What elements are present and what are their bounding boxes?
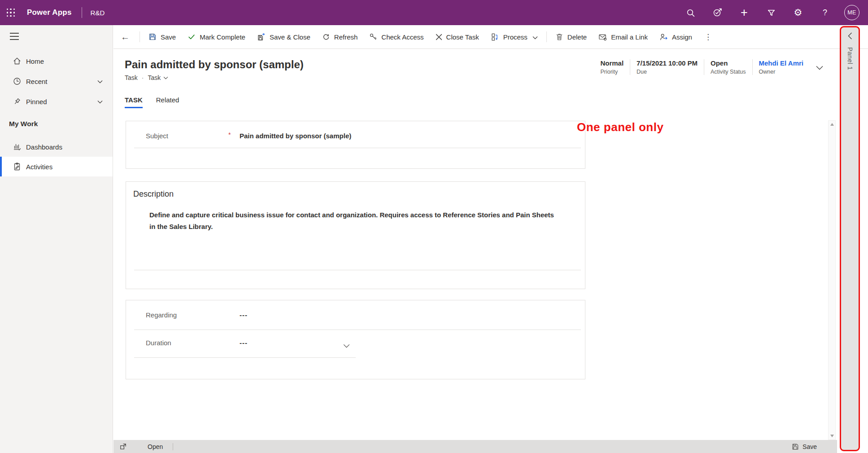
search-icon[interactable] bbox=[677, 0, 704, 25]
quick-create-plus-icon[interactable]: + bbox=[731, 0, 758, 25]
header-expand-chevron-icon[interactable] bbox=[816, 64, 823, 72]
required-marker: * bbox=[228, 131, 231, 138]
annotation-text: One panel only bbox=[577, 120, 663, 134]
record-header: Pain admitted by sponsor (sample) Task ·… bbox=[113, 49, 828, 94]
help-icon[interactable]: ? bbox=[811, 0, 838, 25]
chevron-down-icon[interactable] bbox=[532, 33, 538, 41]
delete-button[interactable]: Delete bbox=[550, 25, 593, 48]
commandbar-divider bbox=[546, 31, 547, 42]
regarding-label: Regarding bbox=[146, 311, 177, 319]
environment-name[interactable]: R&D bbox=[91, 9, 105, 17]
scrollbar-down-icon[interactable] bbox=[830, 435, 834, 437]
sidebar-item-activities[interactable]: Activities bbox=[0, 157, 113, 176]
subject-section-card: Subject * Pain admitted by sponsor (samp… bbox=[126, 121, 585, 169]
header-fields: Normal Priority 7/15/2021 10:00 PM Due O… bbox=[594, 59, 823, 75]
assign-button[interactable]: Assign bbox=[654, 25, 698, 48]
command-bar: ← Save Mark Complete Save & Close Refres… bbox=[113, 25, 868, 49]
entity-type-label: Task bbox=[125, 74, 138, 81]
sidebar-item-home[interactable]: Home bbox=[0, 51, 113, 71]
mark-complete-button[interactable]: Mark Complete bbox=[182, 25, 251, 48]
dashboards-icon bbox=[13, 142, 22, 151]
back-button[interactable]: ← bbox=[113, 32, 137, 42]
email-link-icon bbox=[598, 33, 607, 41]
power-apps-window: Power Apps R&D + ⚙ ? ME bbox=[0, 0, 868, 453]
description-section-title: Description bbox=[133, 189, 174, 199]
duration-input[interactable]: --- bbox=[240, 339, 248, 347]
field-underline bbox=[134, 148, 581, 148]
pin-icon bbox=[13, 97, 22, 106]
footer-save-button[interactable]: Save bbox=[792, 443, 817, 450]
duration-dropdown-chevron-icon[interactable] bbox=[343, 342, 350, 350]
settings-gear-icon[interactable]: ⚙ bbox=[785, 0, 811, 25]
header-field-priority: Normal Priority bbox=[594, 59, 630, 75]
site-map-sidebar: Home Recent Pinned My Work Da bbox=[0, 25, 113, 453]
chevron-down-icon bbox=[163, 76, 168, 79]
description-section-card: Description Define and capture critical … bbox=[126, 181, 585, 289]
sidebar-item-dashboards[interactable]: Dashboards bbox=[0, 137, 113, 157]
separator-dot: · bbox=[142, 74, 144, 81]
trash-icon bbox=[555, 33, 563, 41]
record-title: Pain admitted by sponsor (sample) bbox=[125, 58, 304, 71]
close-task-button[interactable]: Close Task bbox=[430, 25, 485, 48]
refresh-button[interactable]: Refresh bbox=[316, 25, 364, 48]
subject-input[interactable]: Pain admitted by sponsor (sample) bbox=[240, 132, 351, 140]
key-icon bbox=[369, 33, 377, 41]
save-floppy-icon bbox=[792, 443, 799, 450]
regarding-input[interactable]: --- bbox=[240, 311, 248, 319]
panel-collapse-chevron-icon[interactable] bbox=[846, 32, 854, 40]
duration-label: Duration bbox=[146, 339, 171, 347]
field-underline bbox=[134, 357, 356, 358]
topbar-divider bbox=[82, 7, 82, 18]
save-close-icon bbox=[257, 33, 266, 41]
clock-icon bbox=[13, 77, 22, 86]
scrollbar-up-icon[interactable] bbox=[830, 123, 834, 126]
form-footer-bar: Open Save bbox=[113, 440, 837, 453]
hamburger-menu-icon[interactable] bbox=[10, 32, 20, 40]
description-input[interactable]: Define and capture critical business iss… bbox=[149, 209, 560, 233]
side-panel-rail[interactable]: Panel 1 bbox=[840, 26, 860, 451]
owner-link[interactable]: Mehdi El Amri bbox=[759, 59, 803, 67]
check-access-button[interactable]: Check Access bbox=[363, 25, 429, 48]
form-scrollbar[interactable] bbox=[828, 120, 836, 440]
chevron-down-icon[interactable] bbox=[97, 97, 103, 106]
assign-person-icon bbox=[659, 33, 668, 41]
home-icon bbox=[13, 57, 22, 66]
header-field-due: 7/15/2021 10:00 PM Due bbox=[630, 59, 704, 75]
field-underline bbox=[134, 270, 581, 270]
form-selector[interactable]: Task bbox=[148, 74, 168, 81]
account-avatar[interactable]: ME bbox=[838, 0, 865, 25]
field-divider bbox=[134, 330, 581, 330]
app-name[interactable]: Power Apps bbox=[27, 8, 72, 17]
save-and-close-button[interactable]: Save & Close bbox=[251, 25, 316, 48]
filter-funnel-icon[interactable] bbox=[758, 0, 785, 25]
main-content: ← Save Mark Complete Save & Close Refres… bbox=[113, 25, 868, 453]
process-flow-icon bbox=[491, 33, 499, 41]
close-x-icon bbox=[436, 34, 442, 40]
footer-status-value: Open bbox=[148, 443, 163, 450]
save-button[interactable]: Save bbox=[143, 25, 182, 48]
email-a-link-button[interactable]: Email a Link bbox=[593, 25, 654, 48]
footer-divider bbox=[173, 443, 173, 450]
chevron-down-icon[interactable] bbox=[97, 77, 103, 85]
save-floppy-icon bbox=[148, 33, 157, 41]
header-field-owner: Mehdi El Amri Owner bbox=[753, 59, 810, 75]
expand-form-icon[interactable] bbox=[119, 443, 127, 450]
avatar-initials: ME bbox=[844, 5, 859, 20]
process-button[interactable]: Process bbox=[485, 25, 544, 48]
panel-title: Panel 1 bbox=[846, 47, 854, 70]
subject-label: Subject bbox=[146, 132, 168, 140]
commandbar-divider bbox=[140, 31, 140, 42]
tab-related[interactable]: Related bbox=[156, 96, 179, 108]
sidebar-group-my-work: My Work bbox=[9, 120, 38, 128]
form-tabs: TASK Related bbox=[125, 96, 179, 108]
tab-task[interactable]: TASK bbox=[125, 96, 143, 108]
more-commands-icon[interactable]: ⋮ bbox=[698, 32, 718, 42]
top-app-bar: Power Apps R&D + ⚙ ? ME bbox=[0, 0, 868, 25]
compass-check-icon[interactable] bbox=[704, 0, 731, 25]
app-launcher-waffle-icon[interactable] bbox=[0, 0, 22, 25]
sidebar-item-pinned[interactable]: Pinned bbox=[0, 92, 113, 111]
activities-clipboard-icon bbox=[13, 162, 22, 171]
sidebar-item-recent[interactable]: Recent bbox=[0, 71, 113, 91]
refresh-icon bbox=[322, 33, 330, 41]
details-section-card: Regarding --- Duration --- bbox=[126, 300, 585, 379]
